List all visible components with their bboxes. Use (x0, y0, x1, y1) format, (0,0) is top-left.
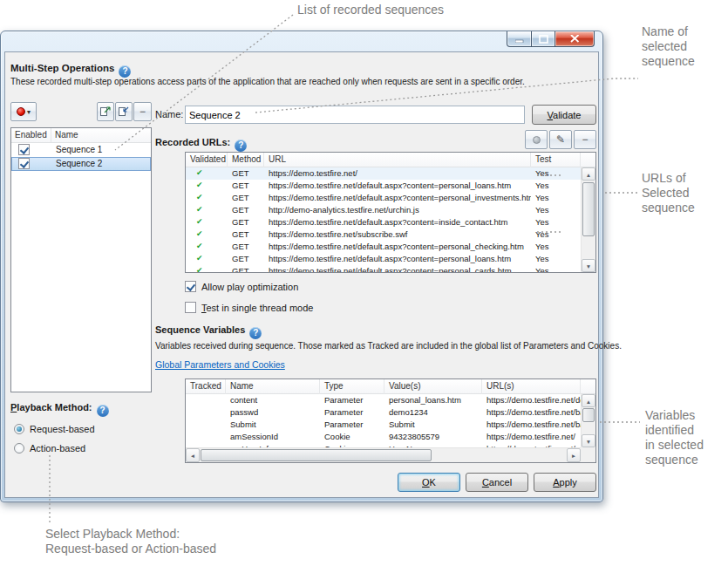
scroll-up-icon[interactable]: ▲ (582, 167, 595, 181)
apply-button[interactable]: Apply (534, 473, 596, 492)
url-method: GET (228, 217, 264, 227)
url-test: Yes (531, 205, 581, 215)
variable-row[interactable]: content Parameter personal_loans.htm htt… (186, 394, 581, 406)
export-sequence-button[interactable] (97, 102, 114, 121)
variables-table-hscrollbar[interactable]: ◄ ► (186, 447, 581, 462)
column-header-validated[interactable]: Validated (186, 153, 228, 167)
delete-sequence-button[interactable]: − (133, 102, 152, 121)
column-header-urls[interactable]: URL(s) (482, 379, 581, 394)
url-value: https://demo.testfire.net/default.aspx?c… (264, 217, 531, 227)
global-parameters-cookies-link[interactable]: Global Parameters and Cookies (155, 359, 285, 370)
sequence-name-input[interactable] (185, 106, 525, 124)
url-value: https://demo.testfire.net/default.aspx?c… (264, 181, 531, 190)
url-row[interactable]: ✔ GET https://demo.testfire.net/subscrib… (186, 228, 581, 241)
close-button[interactable] (555, 31, 595, 47)
variable-value: demo1234 (384, 407, 482, 417)
sequence-row[interactable]: Sequence 2 (11, 157, 151, 171)
column-header-type[interactable]: Type (320, 379, 384, 394)
multi-step-operations-dialog: Multi-Step Operations? These recorded mu… (0, 31, 603, 502)
edit-url-button[interactable]: ✎ (549, 130, 572, 149)
variable-url: https://demo.testfire.net/ba (482, 407, 581, 417)
column-header-url[interactable]: URL (264, 153, 531, 167)
record-dot-icon (533, 136, 541, 144)
variable-row[interactable]: Submit Parameter Submit https://demo.tes… (186, 419, 581, 431)
variable-url: https://demo.testfire.net/ba (482, 419, 581, 429)
variable-type: Cookie (320, 432, 384, 441)
screenshot-canvas: List of recorded sequences Name of selec… (0, 0, 728, 566)
url-row[interactable]: ✔ GET http://demo-analytics.testfire.net… (186, 204, 581, 216)
url-row[interactable]: ✔ GET https://demo.testfire.net/default.… (186, 241, 581, 253)
cancel-button[interactable]: Cancel (466, 473, 528, 492)
single-thread-checkbox[interactable] (185, 302, 196, 313)
url-value: https://demo.testfire.net/subscribe.swf (264, 229, 531, 239)
allow-play-label: Allow play optimization (201, 282, 298, 292)
import-sequence-button[interactable] (115, 102, 133, 121)
url-row[interactable]: ✔ GET https://demo.testfire.net/ Yes (186, 167, 581, 180)
variable-name: passwd (226, 407, 320, 417)
ok-button[interactable]: OK (398, 473, 460, 492)
column-header-method[interactable]: Method (228, 153, 264, 167)
url-row[interactable]: ✔ GET https://demo.testfire.net/default.… (186, 180, 581, 192)
sequence-variables-help-icon[interactable]: ? (249, 327, 262, 339)
dialog-client-area: Multi-Step Operations? These recorded mu… (4, 51, 599, 498)
column-header-values[interactable]: Value(s) (384, 379, 482, 394)
import-icon (118, 106, 130, 118)
allow-play-checkbox[interactable] (185, 281, 196, 292)
url-table-scrollbar[interactable]: ▲ ▼ (581, 167, 595, 272)
scrollbar-corner (581, 447, 595, 462)
single-thread-label: Test in single thread mode (201, 303, 313, 313)
radio-icon[interactable] (14, 424, 24, 434)
export-icon (99, 106, 112, 118)
playback-option[interactable]: Action-based (14, 439, 95, 458)
allow-play-optimization-option[interactable]: Allow play optimization (185, 281, 298, 292)
column-header-name[interactable]: Name (226, 379, 320, 394)
scroll-up-icon[interactable]: ▲ (582, 394, 595, 407)
annotation-playback-method: Select Playback Method: Request-based or… (45, 527, 216, 556)
url-value: https://demo.testfire.net/default.aspx?c… (264, 254, 531, 263)
record-url-button[interactable] (525, 130, 548, 149)
column-header-tracked[interactable]: Tracked (186, 379, 226, 394)
record-sequence-button[interactable]: ▾ (10, 102, 37, 121)
maximize-button[interactable] (531, 31, 555, 47)
scroll-down-icon[interactable]: ▼ (582, 259, 595, 272)
window-titlebar[interactable] (1, 31, 602, 51)
scroll-left-icon[interactable]: ◄ (186, 448, 200, 462)
playback-option[interactable]: Request-based (14, 419, 95, 439)
url-method: GET (228, 205, 264, 215)
url-row[interactable]: ✔ GET https://demo.testfire.net/default.… (186, 192, 581, 204)
minimize-button[interactable] (507, 31, 532, 47)
url-method: GET (228, 242, 264, 251)
sequence-enabled-checkbox[interactable] (18, 158, 30, 169)
scroll-right-icon[interactable]: ► (567, 448, 581, 462)
variable-url: https://demo.testfire.net/de (482, 395, 581, 405)
playback-help-icon[interactable]: ? (97, 405, 109, 417)
url-test: Yes (531, 266, 581, 272)
minimize-icon (515, 35, 524, 43)
url-value: https://demo.testfire.net/default.aspx?c… (264, 193, 531, 202)
sequence-variables-label: Sequence Variables (155, 324, 245, 335)
url-row[interactable]: ✔ GET https://demo.testfire.net/default.… (186, 253, 581, 265)
url-row[interactable]: ✔ GET https://demo.testfire.net/default.… (186, 216, 581, 228)
multi-step-help-icon[interactable]: ? (119, 65, 131, 78)
scroll-thumb[interactable] (582, 182, 595, 236)
column-header-test[interactable]: Test (531, 153, 581, 167)
variable-row[interactable]: amSessionId Cookie 94323805579 https://d… (186, 431, 581, 443)
variable-row[interactable]: passwd Parameter demo1234 https://demo.t… (186, 406, 581, 419)
annotation-name-of-selected-sequence: Name of selected sequence (642, 24, 695, 69)
scroll-down-icon[interactable]: ▼ (582, 434, 595, 447)
dialog-heading: Multi-Step Operations (10, 63, 114, 73)
scroll-thumb[interactable] (201, 449, 432, 461)
url-row[interactable]: ✔ GET https://demo.testfire.net/default.… (186, 265, 581, 272)
chevron-down-icon: ▾ (27, 108, 31, 116)
remove-url-button[interactable]: − (574, 130, 596, 149)
annotation-variables-identified: Variables identified in selected sequenc… (645, 408, 704, 467)
single-thread-option[interactable]: Test in single thread mode (185, 302, 313, 313)
validated-check-icon: ✔ (186, 254, 228, 263)
scroll-thumb[interactable] (582, 408, 595, 422)
validate-button[interactable]: Validate (532, 105, 596, 125)
minus-icon: − (582, 134, 588, 145)
variable-type: Parameter (320, 395, 384, 405)
radio-icon[interactable] (14, 443, 24, 453)
sequence-toolbar: ▾ − (10, 102, 152, 123)
variables-table-vscrollbar[interactable]: ▲ ▼ (581, 394, 595, 447)
